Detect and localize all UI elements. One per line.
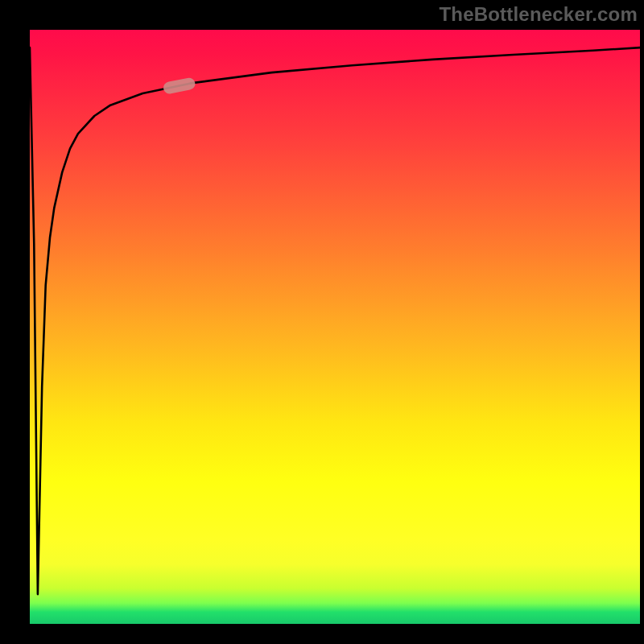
watermark-text: TheBottlenecker.com [439, 3, 638, 26]
bottleneck-curve [30, 47, 640, 594]
highlight-pill [163, 76, 196, 95]
chart-curve-layer [30, 30, 640, 624]
chart-frame: TheBottlenecker.com [0, 0, 644, 644]
